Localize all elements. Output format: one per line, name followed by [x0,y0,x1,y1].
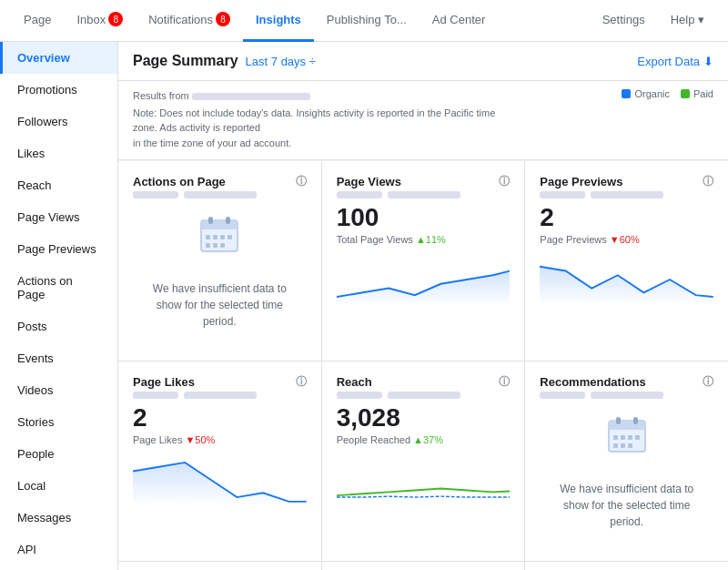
nav-publishing[interactable]: Publishing To... [314,0,420,42]
card-title-actions: Actions on Page ⓘ [133,174,307,189]
card-title-page-previews: Page Previews ⓘ [540,174,713,189]
blurred-sub-likes [133,392,307,399]
nav-adcenter[interactable]: Ad Center [420,0,499,42]
svg-rect-20 [628,435,632,440]
main-content: Page Summary Last 7 days ÷ Export Data ⬇… [118,42,728,570]
sidebar-item-people[interactable]: People [0,438,117,470]
svg-rect-3 [226,217,230,224]
card-actions-on-page: Actions on Page ⓘ [118,161,321,361]
sidebar-item-page-views[interactable]: Page Views [0,201,117,233]
cards-grid: Actions on Page ⓘ [118,161,728,570]
sidebar-item-videos[interactable]: Videos [0,374,117,406]
sidebar-item-reach[interactable]: Reach [0,169,117,201]
download-icon: ⬇ [703,55,713,68]
legend-paid: Paid [681,88,713,99]
svg-rect-5 [213,235,217,239]
summary-period[interactable]: Last 7 days ÷ [246,55,316,68]
chart-page-previews [540,252,713,307]
sidebar-item-stories[interactable]: Stories [0,406,117,438]
nav-inbox[interactable]: Inbox 8 [64,0,136,42]
sidebar-item-overview[interactable]: Overview [0,42,117,74]
sidebar-item-promotions[interactable]: Promotions [0,74,117,106]
card-page-likes: Page Likes ⓘ 2 Page Likes ▼50% [118,361,321,561]
svg-rect-17 [633,417,638,424]
change-page-likes: ▼50% [185,434,215,445]
sidebar-item-events[interactable]: Events [0,342,117,374]
main-layout: Overview Promotions Followers Likes Reac… [0,42,728,570]
info-note: Note: Does not include today's data. Ins… [133,106,511,151]
summary-title: Page Summary [133,53,238,69]
sidebar-item-followers[interactable]: Followers [0,106,117,137]
blurred-sub-previews [540,191,713,198]
blurred-sub-reach [337,392,511,399]
export-label: Export Data [637,55,700,68]
paid-dot [681,89,690,98]
svg-rect-7 [228,235,232,239]
svg-rect-18 [613,435,618,440]
metric-label-page-previews: Page Previews ▼60% [540,234,713,245]
svg-rect-24 [628,443,632,448]
card-title-recommendations: Recommendations ⓘ [540,374,713,390]
card-page-responsiveness: Page Responsiveness ⓘ As of 80% Response… [322,562,525,570]
svg-rect-19 [621,435,625,440]
metric-label-page-likes: Page Likes ▼50% [133,434,307,445]
card-videos: Videos ⓘ 32 Total Video Views ▲39% [525,562,728,570]
cal-icon-recs [540,404,713,463]
card-recommendations: Recommendations ⓘ [525,361,728,561]
change-page-previews: ▼60% [610,234,640,245]
info-icon-page-likes[interactable]: ⓘ [296,374,307,390]
svg-rect-8 [206,243,210,248]
info-icon-page-previews[interactable]: ⓘ [703,174,713,189]
sidebar-item-local[interactable]: Local [0,470,117,502]
metric-label-reach: People Reached ▲37% [337,434,511,445]
results-from-label: Results from [133,90,192,101]
sidebar-item-messages[interactable]: Messages [0,502,117,534]
insufficient-message-recs: We have insufficient data to show for th… [540,463,713,548]
info-icon-actions[interactable]: ⓘ [296,174,307,189]
sidebar-item-api[interactable]: API [0,534,117,565]
info-icon-page-views[interactable]: ⓘ [499,174,510,189]
card-page-previews: Page Previews ⓘ 2 Page Previews ▼60% [525,161,728,361]
sidebar-item-likes[interactable]: Likes [0,137,117,169]
inbox-badge: 8 [108,12,123,26]
notifications-badge: 8 [216,12,230,26]
card-post-engagements: Post Engagements ⓘ 53 Post Engagement ▼1… [118,562,321,570]
legend-organic: Organic [622,88,670,99]
sidebar-item-posts[interactable]: Posts [0,310,117,342]
blurred-sub-recs [540,392,713,399]
svg-rect-9 [213,243,217,248]
info-text: Results from Note: Does not include toda… [133,88,511,150]
insufficient-message-actions: We have insufficient data to show for th… [133,262,307,348]
info-icon-recommendations[interactable]: ⓘ [703,374,713,390]
results-from-value [192,93,310,100]
blurred-sub-views [337,191,511,198]
legend: Organic Paid [622,88,713,99]
svg-rect-21 [635,435,640,440]
paid-label: Paid [693,88,713,99]
chart-page-likes [133,453,307,507]
nav-settings[interactable]: Settings [590,0,658,42]
info-icon-reach[interactable]: ⓘ [499,374,510,390]
nav-help[interactable]: Help ▾ [658,0,717,42]
svg-marker-13 [133,463,307,506]
organic-dot [622,89,631,98]
metric-page-likes: 2 [133,404,307,433]
nav-page[interactable]: Page [11,0,64,42]
metric-page-views: 100 [337,204,511,232]
export-button[interactable]: Export Data ⬇ [637,55,713,68]
summary-header: Page Summary Last 7 days ÷ Export Data ⬇ [118,42,728,81]
card-title-reach: Reach ⓘ [337,374,511,390]
svg-rect-10 [220,243,225,248]
nav-notifications[interactable]: Notifications 8 [136,0,243,42]
blurred-sub-actions [133,191,307,198]
sidebar-item-actions[interactable]: Actions on Page [0,265,117,310]
svg-rect-4 [206,235,210,239]
cal-icon-actions [133,204,307,262]
nav-insights[interactable]: Insights [243,0,314,42]
info-bar: Results from Note: Does not include toda… [118,81,728,160]
sidebar-item-page-previews[interactable]: Page Previews [0,233,117,265]
card-title-page-views: Page Views ⓘ [337,174,511,189]
svg-rect-22 [613,443,618,448]
svg-rect-1 [201,220,238,229]
svg-rect-15 [609,421,645,430]
